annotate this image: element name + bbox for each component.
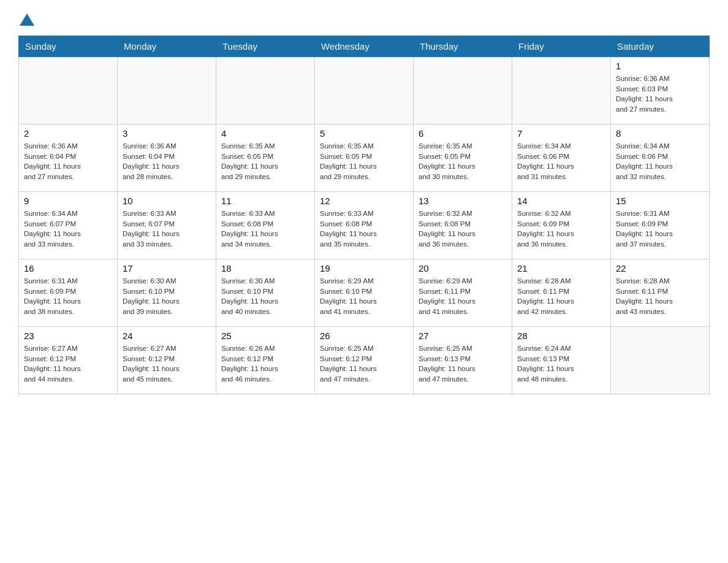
day-number: 24 bbox=[123, 331, 211, 341]
day-number: 26 bbox=[320, 331, 408, 341]
day-info: Sunrise: 6:35 AM Sunset: 6:05 PM Dayligh… bbox=[221, 141, 309, 182]
day-info: Sunrise: 6:34 AM Sunset: 6:06 PM Dayligh… bbox=[517, 141, 605, 182]
day-info: Sunrise: 6:32 AM Sunset: 6:09 PM Dayligh… bbox=[517, 209, 605, 250]
day-number: 27 bbox=[419, 331, 507, 341]
calendar-week-row: 23Sunrise: 6:27 AM Sunset: 6:12 PM Dayli… bbox=[19, 327, 710, 394]
calendar-cell: 17Sunrise: 6:30 AM Sunset: 6:10 PM Dayli… bbox=[118, 259, 216, 327]
calendar-cell bbox=[19, 57, 118, 124]
day-number: 2 bbox=[24, 128, 112, 139]
day-info: Sunrise: 6:30 AM Sunset: 6:10 PM Dayligh… bbox=[123, 276, 211, 317]
day-number: 6 bbox=[419, 128, 507, 139]
day-number: 17 bbox=[123, 263, 211, 274]
calendar-cell: 3Sunrise: 6:36 AM Sunset: 6:04 PM Daylig… bbox=[118, 124, 216, 192]
day-info: Sunrise: 6:25 AM Sunset: 6:13 PM Dayligh… bbox=[419, 343, 507, 385]
weekday-header-saturday: Saturday bbox=[611, 36, 710, 57]
day-number: 14 bbox=[517, 196, 605, 206]
day-number: 20 bbox=[419, 263, 507, 274]
calendar-table: SundayMondayTuesdayWednesdayThursdayFrid… bbox=[18, 36, 710, 394]
day-number: 15 bbox=[616, 196, 704, 206]
day-info: Sunrise: 6:32 AM Sunset: 6:08 PM Dayligh… bbox=[419, 209, 507, 250]
calendar-cell bbox=[611, 327, 710, 394]
day-info: Sunrise: 6:28 AM Sunset: 6:11 PM Dayligh… bbox=[517, 276, 605, 317]
weekday-header-sunday: Sunday bbox=[19, 36, 118, 57]
calendar-header: SundayMondayTuesdayWednesdayThursdayFrid… bbox=[19, 36, 710, 57]
day-info: Sunrise: 6:35 AM Sunset: 6:05 PM Dayligh… bbox=[320, 141, 408, 182]
weekday-header-thursday: Thursday bbox=[414, 36, 512, 57]
day-info: Sunrise: 6:33 AM Sunset: 6:07 PM Dayligh… bbox=[123, 209, 211, 250]
calendar-cell: 23Sunrise: 6:27 AM Sunset: 6:12 PM Dayli… bbox=[19, 327, 118, 394]
day-info: Sunrise: 6:34 AM Sunset: 6:06 PM Dayligh… bbox=[616, 141, 704, 182]
calendar-cell bbox=[118, 57, 216, 124]
day-number: 11 bbox=[221, 196, 309, 206]
day-info: Sunrise: 6:27 AM Sunset: 6:12 PM Dayligh… bbox=[123, 343, 211, 385]
day-number: 22 bbox=[616, 263, 704, 274]
day-info: Sunrise: 6:33 AM Sunset: 6:08 PM Dayligh… bbox=[221, 209, 309, 250]
calendar-week-row: 16Sunrise: 6:31 AM Sunset: 6:09 PM Dayli… bbox=[19, 259, 710, 327]
calendar-week-row: 9Sunrise: 6:34 AM Sunset: 6:07 PM Daylig… bbox=[19, 192, 710, 259]
weekday-header-wednesday: Wednesday bbox=[315, 36, 414, 57]
day-info: Sunrise: 6:25 AM Sunset: 6:12 PM Dayligh… bbox=[320, 343, 408, 385]
day-info: Sunrise: 6:31 AM Sunset: 6:09 PM Dayligh… bbox=[24, 276, 112, 317]
weekday-header-friday: Friday bbox=[512, 36, 611, 57]
calendar-cell: 22Sunrise: 6:28 AM Sunset: 6:11 PM Dayli… bbox=[611, 259, 710, 327]
day-info: Sunrise: 6:27 AM Sunset: 6:12 PM Dayligh… bbox=[24, 343, 112, 385]
weekday-header-monday: Monday bbox=[118, 36, 216, 57]
calendar-body: 1Sunrise: 6:36 AM Sunset: 6:03 PM Daylig… bbox=[19, 57, 710, 394]
calendar-cell: 6Sunrise: 6:35 AM Sunset: 6:05 PM Daylig… bbox=[414, 124, 512, 192]
day-number: 28 bbox=[517, 331, 605, 341]
calendar-cell: 20Sunrise: 6:29 AM Sunset: 6:11 PM Dayli… bbox=[414, 259, 512, 327]
calendar-cell: 25Sunrise: 6:26 AM Sunset: 6:12 PM Dayli… bbox=[216, 327, 315, 394]
page-header bbox=[18, 12, 710, 25]
calendar-cell bbox=[512, 57, 611, 124]
day-info: Sunrise: 6:33 AM Sunset: 6:08 PM Dayligh… bbox=[320, 209, 408, 250]
weekday-header-row: SundayMondayTuesdayWednesdayThursdayFrid… bbox=[19, 36, 710, 57]
calendar-cell: 10Sunrise: 6:33 AM Sunset: 6:07 PM Dayli… bbox=[118, 192, 216, 259]
calendar-week-row: 2Sunrise: 6:36 AM Sunset: 6:04 PM Daylig… bbox=[19, 124, 710, 192]
calendar-cell: 7Sunrise: 6:34 AM Sunset: 6:06 PM Daylig… bbox=[512, 124, 611, 192]
calendar-cell: 18Sunrise: 6:30 AM Sunset: 6:10 PM Dayli… bbox=[216, 259, 315, 327]
calendar-cell: 26Sunrise: 6:25 AM Sunset: 6:12 PM Dayli… bbox=[315, 327, 414, 394]
day-number: 19 bbox=[320, 263, 408, 274]
day-number: 5 bbox=[320, 128, 408, 139]
day-info: Sunrise: 6:36 AM Sunset: 6:03 PM Dayligh… bbox=[616, 74, 704, 115]
calendar-cell: 2Sunrise: 6:36 AM Sunset: 6:04 PM Daylig… bbox=[19, 124, 118, 192]
calendar-cell bbox=[216, 57, 315, 124]
calendar-cell: 1Sunrise: 6:36 AM Sunset: 6:03 PM Daylig… bbox=[611, 57, 710, 124]
calendar-cell: 28Sunrise: 6:24 AM Sunset: 6:13 PM Dayli… bbox=[512, 327, 611, 394]
calendar-cell: 12Sunrise: 6:33 AM Sunset: 6:08 PM Dayli… bbox=[315, 192, 414, 259]
calendar-cell: 15Sunrise: 6:31 AM Sunset: 6:09 PM Dayli… bbox=[611, 192, 710, 259]
day-number: 23 bbox=[24, 331, 112, 341]
day-number: 1 bbox=[616, 61, 704, 71]
calendar-cell bbox=[315, 57, 414, 124]
logo bbox=[18, 12, 36, 25]
day-number: 9 bbox=[24, 196, 112, 206]
calendar-cell: 24Sunrise: 6:27 AM Sunset: 6:12 PM Dayli… bbox=[118, 327, 216, 394]
calendar-cell: 27Sunrise: 6:25 AM Sunset: 6:13 PM Dayli… bbox=[414, 327, 512, 394]
logo-triangle-icon bbox=[20, 13, 34, 26]
day-info: Sunrise: 6:29 AM Sunset: 6:11 PM Dayligh… bbox=[419, 276, 507, 317]
calendar-cell: 14Sunrise: 6:32 AM Sunset: 6:09 PM Dayli… bbox=[512, 192, 611, 259]
day-info: Sunrise: 6:35 AM Sunset: 6:05 PM Dayligh… bbox=[419, 141, 507, 182]
day-number: 12 bbox=[320, 196, 408, 206]
day-number: 10 bbox=[123, 196, 211, 206]
day-number: 16 bbox=[24, 263, 112, 274]
day-number: 4 bbox=[221, 128, 309, 139]
day-number: 25 bbox=[221, 331, 309, 341]
day-info: Sunrise: 6:36 AM Sunset: 6:04 PM Dayligh… bbox=[24, 141, 112, 182]
calendar-cell: 9Sunrise: 6:34 AM Sunset: 6:07 PM Daylig… bbox=[19, 192, 118, 259]
calendar-cell: 21Sunrise: 6:28 AM Sunset: 6:11 PM Dayli… bbox=[512, 259, 611, 327]
day-number: 21 bbox=[517, 263, 605, 274]
calendar-cell bbox=[414, 57, 512, 124]
day-info: Sunrise: 6:34 AM Sunset: 6:07 PM Dayligh… bbox=[24, 209, 112, 250]
calendar-week-row: 1Sunrise: 6:36 AM Sunset: 6:03 PM Daylig… bbox=[19, 57, 710, 124]
day-info: Sunrise: 6:31 AM Sunset: 6:09 PM Dayligh… bbox=[616, 209, 704, 250]
calendar-cell: 11Sunrise: 6:33 AM Sunset: 6:08 PM Dayli… bbox=[216, 192, 315, 259]
day-info: Sunrise: 6:30 AM Sunset: 6:10 PM Dayligh… bbox=[221, 276, 309, 317]
calendar-cell: 8Sunrise: 6:34 AM Sunset: 6:06 PM Daylig… bbox=[611, 124, 710, 192]
weekday-header-tuesday: Tuesday bbox=[216, 36, 315, 57]
calendar-cell: 5Sunrise: 6:35 AM Sunset: 6:05 PM Daylig… bbox=[315, 124, 414, 192]
day-info: Sunrise: 6:29 AM Sunset: 6:10 PM Dayligh… bbox=[320, 276, 408, 317]
day-number: 8 bbox=[616, 128, 704, 139]
day-info: Sunrise: 6:24 AM Sunset: 6:13 PM Dayligh… bbox=[517, 343, 605, 385]
day-info: Sunrise: 6:28 AM Sunset: 6:11 PM Dayligh… bbox=[616, 276, 704, 317]
